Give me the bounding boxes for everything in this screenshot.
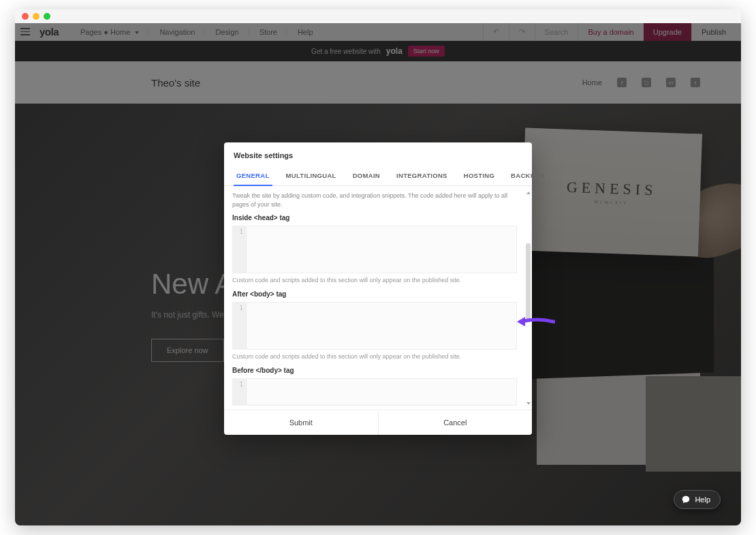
book-title: GENESIS [567, 179, 657, 200]
head-code-editor[interactable]: 1 [232, 226, 517, 273]
hero-book-cover: GENESIS MCMLXIV [521, 128, 702, 257]
app-window: yola Pages ● Home Navigation Design Stor… [15, 10, 741, 525]
before-body-code-editor[interactable]: 1 [232, 378, 517, 406]
scroll-thumb[interactable] [526, 243, 531, 322]
promo-text: Get a free website with [311, 48, 381, 55]
scroll-down-icon[interactable] [526, 401, 531, 406]
help-widget[interactable]: Help [674, 490, 721, 509]
book-subtitle: MCMLXIV [594, 200, 628, 205]
field-after-body: After <body> tag 1 Custom code and scrip… [232, 290, 517, 360]
field-head-label: Inside <head> tag [232, 214, 517, 221]
twitter-icon[interactable]: t [691, 78, 700, 87]
tab-domain[interactable]: DOMAIN [345, 166, 388, 185]
tab-hosting[interactable]: HOSTING [456, 166, 503, 185]
field-before-body: Before </body> tag 1 [232, 367, 517, 406]
caret-down-icon [135, 31, 139, 34]
topbar-right: ↶ ↷ Search Buy a domain Upgrade Publish [483, 23, 736, 41]
line-gutter: 1 [233, 379, 247, 405]
modal-tabs: GENERAL MULTILINGUAL DOMAIN INTEGRATIONS… [224, 166, 532, 186]
site-header: Theo's site Home f ◻ in t [15, 61, 741, 104]
app-topbar: yola Pages ● Home Navigation Design Stor… [15, 23, 741, 41]
hero-cta-button[interactable]: Explore now [151, 339, 224, 362]
mac-zoom-icon[interactable] [44, 13, 50, 20]
submit-button[interactable]: Submit [224, 410, 378, 435]
pages-dropdown[interactable]: Pages ● Home [71, 28, 148, 36]
modal-footer: Submit Cancel [224, 410, 532, 435]
cancel-button[interactable]: Cancel [378, 410, 533, 435]
redo-button[interactable]: ↷ [509, 23, 535, 41]
modal-intro-hint: Tweak the site by adding custom code, an… [232, 192, 517, 209]
nav-help[interactable]: Help [288, 28, 323, 36]
modal-scrollbar[interactable] [526, 190, 531, 406]
nav-design[interactable]: Design [206, 28, 248, 36]
tab-integrations[interactable]: INTEGRATIONS [388, 166, 456, 185]
website-settings-modal: Website settings GENERAL MULTILINGUAL DO… [224, 142, 532, 435]
field-before-body-label: Before </body> tag [232, 367, 517, 374]
pages-label: Pages [80, 28, 101, 36]
head-code-area[interactable] [247, 226, 516, 273]
tab-general[interactable]: GENERAL [228, 166, 278, 185]
buy-domain-link[interactable]: Buy a domain [578, 23, 643, 41]
mac-titlebar [15, 10, 741, 23]
search-label[interactable]: Search [535, 23, 579, 41]
hero-decor-box-grey [646, 376, 741, 472]
instagram-icon[interactable]: ◻ [642, 78, 651, 87]
facebook-icon[interactable]: f [617, 78, 627, 87]
menu-icon[interactable] [20, 26, 33, 38]
help-label: Help [695, 495, 710, 504]
promo-start-button[interactable]: Start now [408, 46, 445, 57]
after-body-hint: Custom code and scripts added to this se… [232, 353, 517, 360]
chat-icon [681, 495, 691, 504]
scroll-up-icon[interactable] [526, 190, 531, 195]
tab-multilingual[interactable]: MULTILINGUAL [278, 166, 345, 185]
brand-logo[interactable]: yola [40, 26, 59, 37]
linkedin-icon[interactable]: in [666, 78, 676, 87]
bullet-sep: ● [104, 28, 110, 36]
line-gutter: 1 [233, 303, 247, 349]
modal-title: Website settings [224, 142, 532, 166]
head-hint: Custom code and scripts added to this se… [232, 277, 517, 284]
promo-bar: Get a free website with yola Start now [15, 41, 741, 61]
top-nav: Pages ● Home Navigation Design Store Hel… [71, 28, 323, 36]
after-body-code-area[interactable] [247, 303, 516, 349]
tab-backups[interactable]: BACKUPS [503, 166, 552, 185]
publish-button[interactable]: Publish [691, 23, 736, 41]
pages-current: Home [110, 28, 130, 36]
mac-close-icon[interactable] [22, 13, 29, 20]
before-body-code-area[interactable] [247, 379, 516, 405]
mac-minimize-icon[interactable] [33, 13, 40, 20]
line-gutter: 1 [233, 226, 247, 273]
after-body-code-editor[interactable]: 1 [232, 302, 517, 350]
site-nav-home[interactable]: Home [582, 78, 602, 87]
annotation-arrow-icon [516, 315, 555, 328]
field-after-body-label: After <body> tag [232, 290, 517, 298]
nav-navigation[interactable]: Navigation [150, 28, 204, 36]
field-head: Inside <head> tag 1 Custom code and scri… [232, 214, 517, 284]
site-nav: Home f ◻ in t [582, 78, 700, 87]
modal-body: Tweak the site by adding custom code, an… [224, 186, 532, 410]
nav-store[interactable]: Store [250, 28, 287, 36]
promo-logo: yola [386, 46, 403, 56]
undo-button[interactable]: ↶ [483, 23, 509, 41]
upgrade-button[interactable]: Upgrade [644, 23, 691, 41]
site-title: Theo's site [151, 77, 200, 89]
